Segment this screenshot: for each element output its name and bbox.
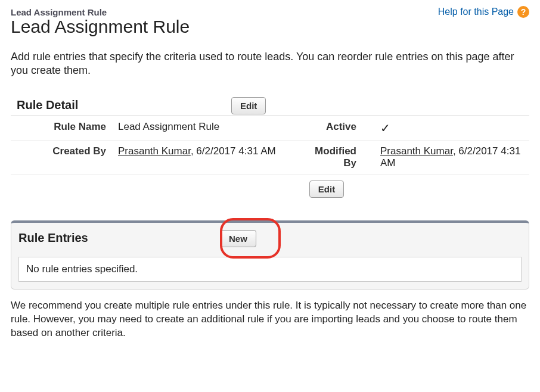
rule-name-label: Rule Name	[11, 116, 112, 141]
modified-by-user-link[interactable]: Prasanth Kumar	[380, 145, 453, 157]
active-value: ✓	[374, 116, 529, 141]
active-label: Active	[297, 116, 374, 141]
rule-detail-title: Rule Detail	[11, 96, 231, 116]
help-link[interactable]: Help for this Page ?	[438, 6, 529, 18]
rule-detail-section: Rule Detail Edit Rule Name Lead Assignme…	[11, 96, 529, 209]
rule-name-value: Lead Assignment Rule	[112, 116, 297, 141]
header-row: Lead Assignment Rule Help for this Page …	[11, 6, 529, 18]
table-row: Rule Name Lead Assignment Rule Active ✓	[11, 116, 529, 141]
new-button[interactable]: New	[220, 230, 256, 247]
created-by-label: Created By	[11, 140, 112, 174]
breadcrumb: Lead Assignment Rule	[11, 7, 107, 17]
empty-entries-message: No rule entries specified.	[18, 257, 522, 282]
page-title: Lead Assignment Rule	[11, 17, 529, 37]
entries-header: Rule Entries New	[11, 223, 529, 248]
rule-entries-title: Rule Entries	[17, 229, 220, 248]
table-row: Created By Prasanth Kumar, 6/2/2017 4:31…	[11, 140, 529, 174]
checkmark-icon: ✓	[380, 122, 390, 135]
help-link-text: Help for this Page	[438, 7, 514, 17]
button-row-bottom: Edit	[11, 175, 529, 209]
modified-by-value: Prasanth Kumar, 6/2/2017 4:31 AM	[374, 140, 529, 174]
edit-button-top[interactable]: Edit	[231, 97, 266, 114]
detail-table: Rule Name Lead Assignment Rule Active ✓ …	[11, 116, 529, 175]
created-by-time: 6/2/2017 4:31 AM	[196, 145, 275, 157]
created-by-value: Prasanth Kumar, 6/2/2017 4:31 AM	[112, 140, 297, 174]
created-by-user-link[interactable]: Prasanth Kumar	[118, 145, 191, 157]
rule-entries-panel: Rule Entries New No rule entries specifi…	[11, 220, 529, 290]
recommendation-text: We recommend you create multiple rule en…	[11, 299, 529, 340]
detail-header: Rule Detail Edit	[11, 96, 529, 116]
edit-button-bottom[interactable]: Edit	[309, 181, 344, 198]
help-icon: ?	[517, 6, 529, 18]
intro-text: Add rule entries that specify the criter…	[11, 50, 529, 78]
modified-by-label: Modified By	[297, 140, 374, 174]
